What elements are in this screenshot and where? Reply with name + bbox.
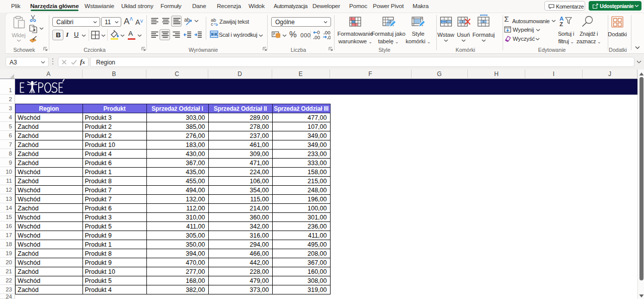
svg-text:Z: Z (559, 21, 563, 27)
svg-text:A: A (559, 16, 564, 22)
svg-text:ab: ab (184, 17, 190, 23)
svg-text:c: c (211, 21, 213, 26)
